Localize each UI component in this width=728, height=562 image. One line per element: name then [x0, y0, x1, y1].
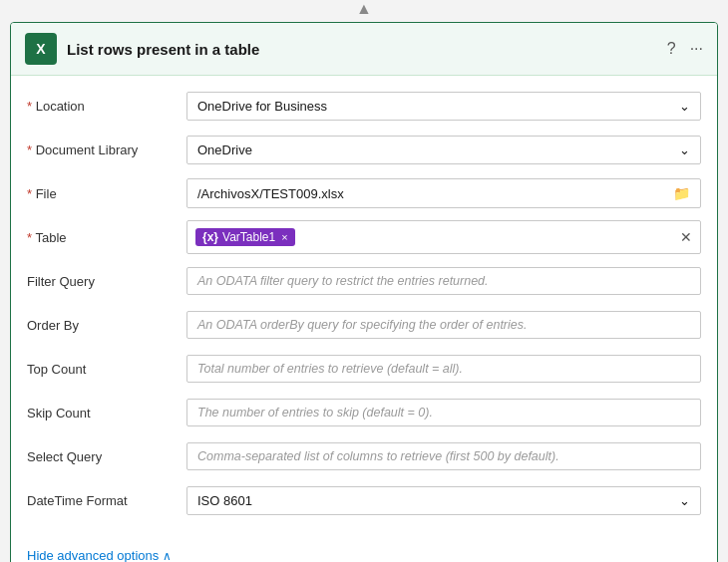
card-body: * Location OneDrive for Business ⌄ * Doc…: [11, 76, 717, 538]
order-by-control[interactable]: An ODATA orderBy query for specifying th…: [186, 311, 701, 339]
select-query-control[interactable]: Comma-separated list of columns to retri…: [186, 442, 701, 470]
skip-count-input[interactable]: The number of entries to skip (default =…: [186, 399, 701, 426]
datetime-format-control[interactable]: ISO 8601 ⌄: [186, 486, 701, 515]
action-card: X List rows present in a table ? ··· * L…: [10, 22, 718, 562]
help-icon[interactable]: ?: [667, 40, 676, 58]
table-label: * Table: [27, 230, 186, 245]
location-control[interactable]: OneDrive for Business ⌄: [186, 92, 701, 121]
header-right: ? ···: [667, 40, 703, 58]
file-label: * File: [27, 186, 186, 201]
file-row: * File /ArchivosX/TEST009.xlsx 📁: [27, 175, 701, 211]
select-query-input[interactable]: Comma-separated list of columns to retri…: [186, 442, 701, 470]
datetime-dropdown-arrow: ⌄: [679, 493, 690, 508]
skip-count-row: Skip Count The number of entries to skip…: [27, 395, 701, 430]
hide-advanced-link[interactable]: Hide advanced options ∧: [27, 548, 701, 562]
excel-icon: X: [25, 33, 57, 65]
tag-left: {x} VarTable1 ×: [195, 228, 295, 246]
document-library-dropdown-arrow: ⌄: [679, 142, 690, 157]
datetime-format-label: DateTime Format: [27, 493, 186, 508]
location-dropdown[interactable]: OneDrive for Business ⌄: [186, 92, 701, 121]
card-header: X List rows present in a table ? ···: [11, 23, 717, 76]
top-chevron-icon: ▲: [356, 0, 372, 18]
filter-query-label: Filter Query: [27, 274, 186, 289]
order-by-label: Order By: [27, 318, 186, 333]
top-count-input[interactable]: Total number of entries to retrieve (def…: [186, 355, 701, 383]
skip-count-label: Skip Count: [27, 406, 186, 421]
card-title: List rows present in a table: [67, 41, 259, 58]
top-count-label: Top Count: [27, 362, 186, 377]
top-count-control[interactable]: Total number of entries to retrieve (def…: [186, 355, 701, 383]
location-dropdown-arrow: ⌄: [679, 99, 690, 114]
datetime-format-row: DateTime Format ISO 8601 ⌄: [27, 482, 701, 518]
filter-query-control[interactable]: An ODATA filter query to restrict the en…: [186, 267, 701, 295]
tag-value: VarTable1: [222, 230, 275, 244]
filter-query-row: Filter Query An ODATA filter query to re…: [27, 263, 701, 299]
select-query-row: Select Query Comma-separated list of col…: [27, 438, 701, 474]
file-input[interactable]: /ArchivosX/TEST009.xlsx 📁: [186, 178, 701, 208]
filter-query-input[interactable]: An ODATA filter query to restrict the en…: [186, 267, 701, 295]
skip-count-control[interactable]: The number of entries to skip (default =…: [186, 399, 701, 426]
order-by-row: Order By An ODATA orderBy query for spec…: [27, 307, 701, 343]
top-count-row: Top Count Total number of entries to ret…: [27, 351, 701, 387]
table-tag-badge: {x} VarTable1 ×: [195, 228, 295, 246]
tag-remove-icon[interactable]: ×: [281, 231, 287, 243]
location-label: * Location: [27, 99, 186, 114]
more-options-icon[interactable]: ···: [690, 40, 703, 58]
table-control[interactable]: {x} VarTable1 × ✕: [186, 220, 701, 254]
table-tag-input[interactable]: {x} VarTable1 × ✕: [186, 220, 701, 254]
file-browse-icon[interactable]: 📁: [673, 185, 690, 201]
datetime-format-dropdown[interactable]: ISO 8601 ⌄: [186, 486, 701, 515]
header-left: X List rows present in a table: [25, 33, 259, 65]
order-by-input[interactable]: An ODATA orderBy query for specifying th…: [186, 311, 701, 339]
table-row: * Table {x} VarTable1 × ✕: [27, 219, 701, 255]
location-row: * Location OneDrive for Business ⌄: [27, 88, 701, 124]
tag-brace-icon: {x}: [202, 230, 218, 244]
table-clear-icon[interactable]: ✕: [680, 229, 692, 245]
document-library-row: * Document Library OneDrive ⌄: [27, 132, 701, 167]
card-footer: Hide advanced options ∧: [11, 538, 717, 562]
chevron-up-icon: ∧: [163, 549, 172, 563]
document-library-control[interactable]: OneDrive ⌄: [186, 136, 701, 164]
file-control[interactable]: /ArchivosX/TEST009.xlsx 📁: [186, 178, 701, 208]
document-library-label: * Document Library: [27, 142, 186, 157]
document-library-dropdown[interactable]: OneDrive ⌄: [186, 136, 701, 164]
select-query-label: Select Query: [27, 449, 186, 464]
